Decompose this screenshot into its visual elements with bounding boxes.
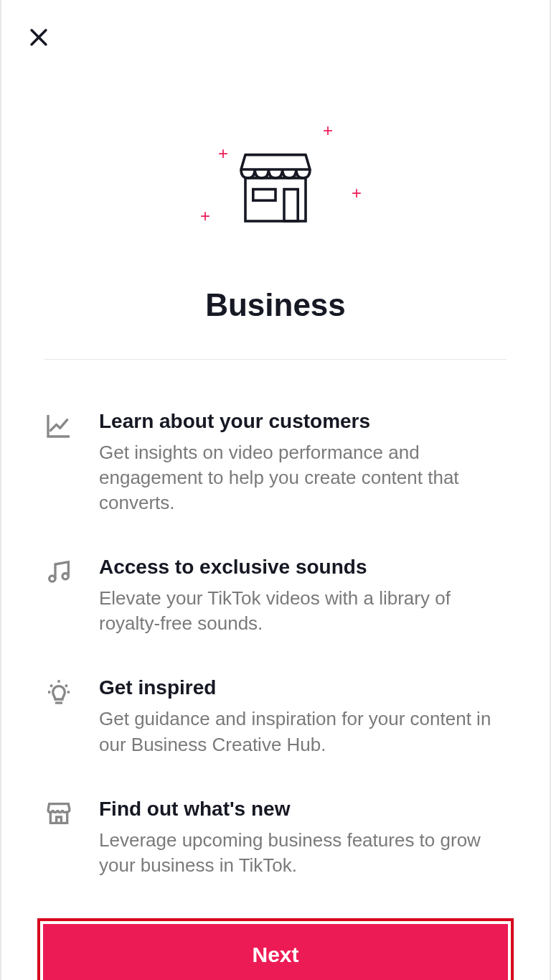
- hero-section: + + + + Business: [1, 0, 550, 359]
- sparkle-icon: +: [200, 206, 210, 226]
- close-button[interactable]: [23, 22, 55, 53]
- feature-title: Get inspired: [99, 676, 507, 699]
- next-button[interactable]: Next: [43, 924, 508, 980]
- svg-rect-3: [253, 190, 276, 201]
- features-list: Learn about your customers Get insights …: [1, 360, 550, 918]
- feature-description: Leverage upcoming business features to g…: [99, 828, 507, 878]
- button-container: Next: [1, 918, 550, 980]
- feature-title: Find out what's new: [99, 798, 507, 821]
- storefront-icon: [44, 799, 73, 828]
- feature-item: Get inspired Get guidance and inspiratio…: [44, 676, 507, 757]
- lightbulb-icon: [44, 678, 73, 706]
- page-title: Business: [205, 287, 346, 323]
- feature-title: Access to exclusive sounds: [99, 556, 507, 579]
- sparkle-icon: +: [218, 144, 228, 164]
- feature-item: Access to exclusive sounds Elevate your …: [44, 556, 507, 636]
- sparkle-icon: +: [352, 183, 362, 203]
- feature-content: Find out what's new Leverage upcoming bu…: [99, 798, 507, 878]
- chart-line-icon: [44, 411, 73, 440]
- feature-description: Elevate your TikTok videos with a librar…: [99, 586, 507, 636]
- music-note-icon: [44, 557, 73, 586]
- feature-description: Get guidance and inspiration for your co…: [99, 706, 507, 757]
- feature-content: Access to exclusive sounds Elevate your …: [99, 556, 507, 636]
- feature-item: Learn about your customers Get insights …: [44, 410, 507, 515]
- feature-item: Find out what's new Leverage upcoming bu…: [44, 798, 507, 878]
- sparkle-icon: +: [323, 121, 333, 141]
- feature-description: Get insights on video performance and en…: [99, 440, 507, 515]
- svg-point-5: [50, 576, 55, 582]
- svg-point-6: [62, 574, 68, 579]
- svg-rect-4: [284, 190, 298, 221]
- next-button-highlight: Next: [37, 918, 514, 980]
- feature-content: Learn about your customers Get insights …: [99, 410, 507, 515]
- feature-content: Get inspired Get guidance and inspiratio…: [99, 676, 507, 757]
- close-icon: [27, 25, 51, 50]
- store-icon: [232, 147, 319, 226]
- main-container: + + + + Business: [1, 0, 550, 980]
- business-illustration: + + + +: [182, 115, 369, 258]
- feature-title: Learn about your customers: [99, 410, 507, 433]
